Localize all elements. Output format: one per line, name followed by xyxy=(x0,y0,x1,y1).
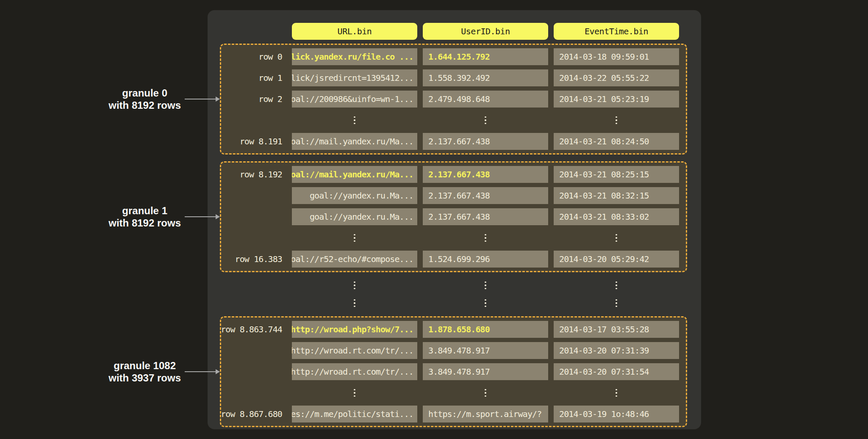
row-label-cell xyxy=(221,229,286,246)
granule-label-line: with 3937 rows xyxy=(108,372,181,384)
row-label-cell: row 8.191 xyxy=(221,133,286,150)
vertical-ellipsis-icon xyxy=(616,282,617,290)
ellipsis-dot xyxy=(485,119,486,121)
eventtime-cell: 2014-03-20 05:29:42 xyxy=(554,251,679,268)
url-ellipsis-cell xyxy=(292,229,417,246)
ellipsis-dot xyxy=(485,302,486,304)
granule-label-1: granule 1with 8192 rows xyxy=(108,204,181,229)
ellipsis-dot xyxy=(485,299,486,301)
eventtime-cell: 2014-03-21 08:24:50 xyxy=(554,133,679,150)
granule-row: http://wroad.rt.com/tr/...3.849.478.9172… xyxy=(221,342,679,359)
ellipsis-dot xyxy=(354,389,355,391)
row-label-cell xyxy=(221,363,286,380)
ellipsis-dot xyxy=(485,234,486,236)
userid-cell: 1.524.699.296 xyxy=(423,251,548,268)
url-ellipsis-cell xyxy=(292,297,417,309)
row-label-cell: row 8.192 xyxy=(221,166,286,183)
ellipsis-dot xyxy=(485,395,486,397)
granule-box-2: row 8.863.744http://wroad.php?show/7...1… xyxy=(220,316,687,427)
row-label-cell xyxy=(221,279,286,292)
url-cell: goal://yandex.ru.Ma... xyxy=(292,208,417,225)
ellipsis-dot xyxy=(354,116,355,118)
ellipsis-dot xyxy=(354,282,355,283)
granule-label-2: granule 1082with 3937 rows xyxy=(108,359,181,384)
granule-box-1: row 8.192goal://mail.yandex.ru/Ma...2.13… xyxy=(220,161,687,272)
granule-row: row 0/click.yandex.ru/file.co ...1.644.1… xyxy=(221,48,679,65)
userid-cell: https://m.sport.airway/? xyxy=(423,406,548,422)
ellipsis-dot xyxy=(616,234,617,236)
vertical-ellipsis-icon xyxy=(485,116,486,124)
row-label-cell xyxy=(221,297,286,309)
ellipsis-dot xyxy=(354,306,355,307)
eventtime-cell: 2014-03-21 05:23:19 xyxy=(554,91,679,108)
eventtime-cell: 2014-03-22 05:55:22 xyxy=(554,69,679,86)
url-cell: goal://mail.yandex.ru/Ma... xyxy=(292,166,417,183)
ellipsis-dot xyxy=(485,392,486,394)
ellipsis-dot xyxy=(616,284,617,286)
granule-label-line: granule 0 xyxy=(108,87,181,99)
ellipsis-dot xyxy=(485,237,486,239)
granule-label-0: granule 0with 8192 rows xyxy=(108,87,181,111)
ellipsis-row xyxy=(221,297,679,309)
granule-row: row 8.191goal://mail.yandex.ru/Ma...2.13… xyxy=(221,133,679,150)
vertical-ellipsis-icon xyxy=(485,389,486,397)
eventtime-ellipsis-cell xyxy=(554,112,679,129)
ellipsis-dot xyxy=(616,282,617,283)
diagram-canvas: URL.binUserID.binEventTime.bin row 0/cli… xyxy=(0,0,868,439)
granule-row: row 1/click/jsredircnt=1395412...1.558.3… xyxy=(221,69,679,86)
granule-row: row 8.867.680res://m.me/politic/stati...… xyxy=(221,406,679,422)
userid-cell: 2.137.667.438 xyxy=(423,187,548,204)
granule-row: row 8.192goal://mail.yandex.ru/Ma...2.13… xyxy=(221,166,679,183)
userid-cell: 1.558.392.492 xyxy=(423,69,548,86)
vertical-ellipsis-icon xyxy=(354,299,355,307)
ellipsis-row xyxy=(221,384,679,401)
granule-label-line: granule 1 xyxy=(108,204,181,217)
row-label-cell: row 8.863.744 xyxy=(221,321,286,338)
eventtime-cell: 2014-03-20 07:31:54 xyxy=(554,363,679,380)
userid-ellipsis-cell xyxy=(423,279,548,292)
ellipsis-dot xyxy=(616,116,617,118)
column-header-eventtime-bin: EventTime.bin xyxy=(554,23,679,40)
ellipsis-dot xyxy=(616,240,617,242)
ellipsis-dot xyxy=(616,119,617,121)
vertical-ellipsis-icon xyxy=(354,389,355,397)
eventtime-ellipsis-cell xyxy=(554,384,679,401)
row-label-cell: row 16.383 xyxy=(221,251,286,268)
granule-row: row 8.863.744http://wroad.php?show/7...1… xyxy=(221,321,679,338)
ellipsis-dot xyxy=(354,119,355,121)
row-label-cell xyxy=(221,112,286,129)
ellipsis-dot xyxy=(616,123,617,124)
granule-stack: row 0/click.yandex.ru/file.co ...1.644.1… xyxy=(208,44,701,427)
ellipsis-dot xyxy=(616,392,617,394)
url-cell: http://wroad.rt.com/tr/... xyxy=(292,342,417,359)
ellipsis-dot xyxy=(354,123,355,124)
ellipsis-dot xyxy=(616,306,617,307)
row-label-cell: row 2 xyxy=(221,91,286,108)
userid-cell: 3.849.478.917 xyxy=(423,363,548,380)
granule-box-0: row 0/click.yandex.ru/file.co ...1.644.1… xyxy=(220,44,687,155)
vertical-ellipsis-icon xyxy=(485,299,486,307)
row-label-cell: row 8.867.680 xyxy=(221,406,286,422)
ellipsis-dot xyxy=(354,392,355,394)
url-cell: goal://yandex.ru.Ma... xyxy=(292,187,417,204)
vertical-ellipsis-icon xyxy=(354,234,355,242)
userid-ellipsis-cell xyxy=(423,297,548,309)
vertical-ellipsis-icon xyxy=(354,116,355,124)
granule-label-line: with 8192 rows xyxy=(108,217,181,229)
url-cell: /click/jsredircnt=1395412... xyxy=(292,69,417,86)
userid-cell: 3.849.478.917 xyxy=(423,342,548,359)
granule-row: goal://yandex.ru.Ma...2.137.667.4382014-… xyxy=(221,187,679,204)
vertical-ellipsis-icon xyxy=(616,234,617,242)
ellipsis-dot xyxy=(485,123,486,124)
url-cell: http://wroad.php?show/7... xyxy=(292,321,417,338)
ellipsis-row xyxy=(221,112,679,129)
ellipsis-dot xyxy=(485,389,486,391)
url-cell: goal://200986&uinfo=wn-1... xyxy=(292,91,417,108)
column-header-url-bin: URL.bin xyxy=(292,23,417,40)
row-label-cell xyxy=(221,384,286,401)
granule-label-line: granule 1082 xyxy=(108,359,181,372)
ellipsis-row xyxy=(221,229,679,246)
row-label-cell xyxy=(221,187,286,204)
ellipsis-row xyxy=(221,279,679,292)
ellipsis-dot xyxy=(485,240,486,242)
